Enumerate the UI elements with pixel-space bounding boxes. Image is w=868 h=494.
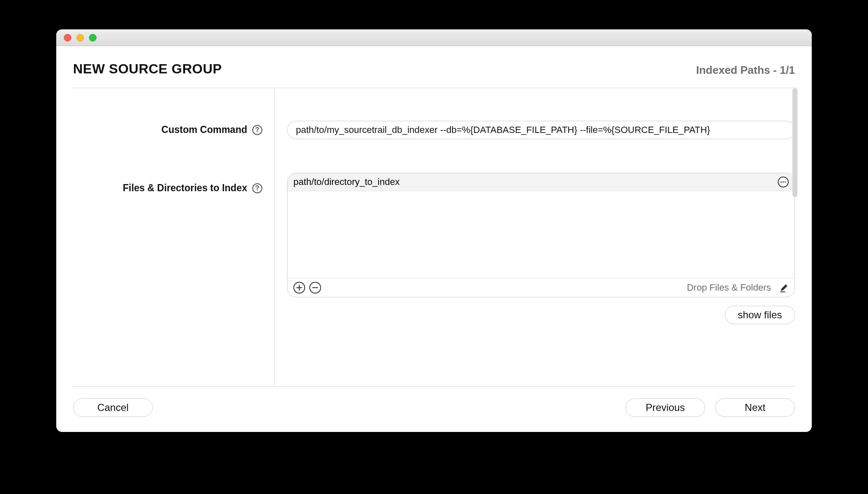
content: Custom Command ? Files & Directories to …: [73, 88, 795, 386]
previous-button[interactable]: Previous: [625, 398, 705, 417]
remove-path-button[interactable]: [309, 282, 321, 294]
page-title: NEW SOURCE GROUP: [73, 61, 222, 77]
browse-path-button[interactable]: [778, 177, 789, 187]
svg-point-1: [782, 181, 784, 182]
scrollbar[interactable]: [792, 88, 797, 197]
dialog-window: NEW SOURCE GROUP Indexed Paths - 1/1 Cus…: [56, 29, 812, 432]
help-icon[interactable]: ?: [252, 183, 262, 193]
show-files-button[interactable]: show files: [725, 306, 795, 324]
file-path-text: path/to/directory_to_index: [293, 177, 778, 187]
labels-column: Custom Command ? Files & Directories to …: [73, 88, 275, 386]
add-path-button[interactable]: [293, 282, 305, 294]
inputs-column: path/to/directory_to_index: [275, 88, 795, 386]
window-minimize-button[interactable]: [76, 34, 84, 42]
files-to-index-box: path/to/directory_to_index: [287, 173, 795, 297]
window-zoom-button[interactable]: [89, 34, 97, 42]
svg-point-2: [784, 181, 786, 182]
drop-hint-text: Drop Files & Folders: [687, 282, 771, 293]
custom-command-label-row: Custom Command ?: [73, 124, 262, 135]
titlebar: [56, 29, 812, 46]
minus-icon: [312, 284, 319, 291]
custom-command-label: Custom Command: [162, 124, 247, 135]
custom-command-input[interactable]: [287, 121, 795, 139]
cancel-button[interactable]: Cancel: [73, 398, 153, 417]
footer: Cancel Previous Next: [73, 386, 795, 432]
svg-point-0: [780, 181, 782, 182]
page-step-status: Indexed Paths - 1/1: [696, 64, 795, 77]
files-to-index-label: Files & Directories to Index: [123, 182, 247, 194]
files-list: path/to/directory_to_index: [288, 173, 795, 278]
header: NEW SOURCE GROUP Indexed Paths - 1/1: [56, 46, 812, 88]
next-button[interactable]: Next: [715, 398, 795, 417]
edit-icon[interactable]: [779, 283, 789, 292]
help-icon[interactable]: ?: [252, 125, 262, 135]
ellipsis-icon: [780, 181, 786, 183]
window-close-button[interactable]: [64, 34, 71, 42]
files-toolbar: Drop Files & Folders: [288, 278, 795, 297]
plus-icon: [296, 284, 303, 291]
files-to-index-label-row: Files & Directories to Index ?: [73, 182, 262, 194]
list-item[interactable]: path/to/directory_to_index: [288, 173, 795, 191]
